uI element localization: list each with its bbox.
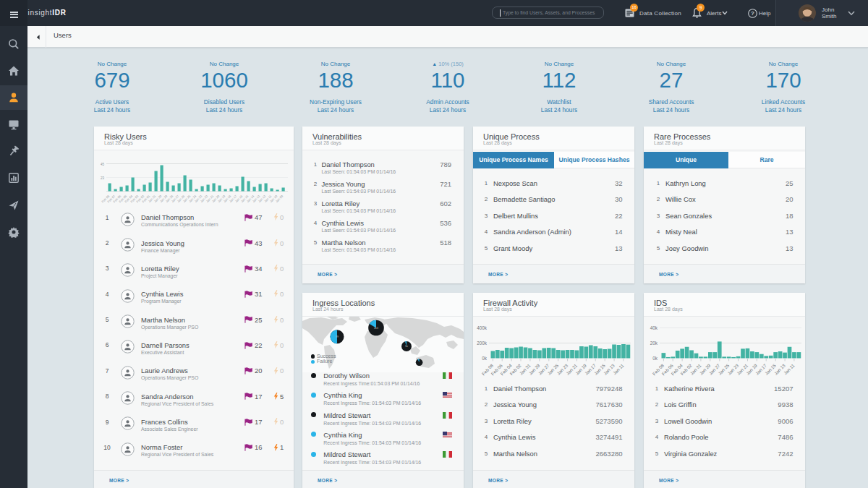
svg-text:40k: 40k <box>650 325 658 330</box>
svg-text:200k: 200k <box>477 341 488 346</box>
svg-text:0k: 0k <box>652 356 658 361</box>
svg-text:20k: 20k <box>650 341 658 346</box>
svg-text:?: ? <box>751 10 754 17</box>
svg-text:45: 45 <box>101 163 105 166</box>
svg-text:Jan 11: Jan 11 <box>612 362 625 375</box>
svg-text:99: 99 <box>336 335 339 338</box>
svg-text:5o: 5o <box>405 345 408 348</box>
svg-text:0k: 0k <box>482 356 488 361</box>
svg-text:413: 413 <box>374 327 378 330</box>
svg-text:400k: 400k <box>477 325 488 330</box>
svg-text:23: 23 <box>101 176 105 180</box>
svg-text:Jan 11: Jan 11 <box>783 362 796 375</box>
